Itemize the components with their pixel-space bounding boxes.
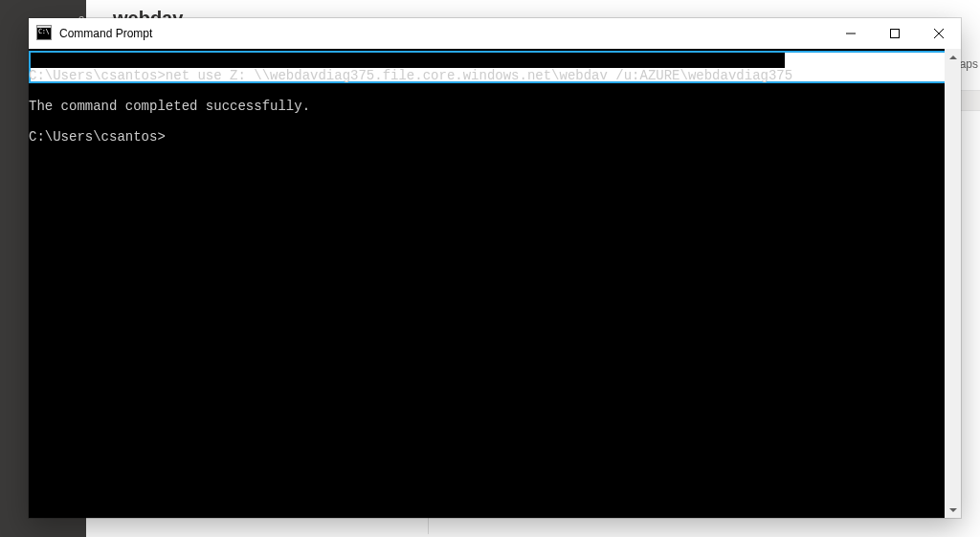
minimize-icon bbox=[846, 29, 856, 38]
terminal-content: C:\Users\csantos>net use Z: \\webdavdiag… bbox=[29, 53, 945, 518]
close-icon bbox=[934, 29, 944, 38]
command-prompt-window: Command Prompt C:\Users\csantos>net use … bbox=[29, 18, 961, 518]
svg-marker-5 bbox=[949, 508, 957, 512]
scroll-down-arrow-icon[interactable] bbox=[945, 502, 961, 518]
maximize-icon bbox=[890, 29, 900, 38]
window-title: Command Prompt bbox=[59, 27, 152, 40]
terminal-prompt: C:\Users\csantos> bbox=[29, 129, 166, 145]
terminal-prompt: C:\Users\csantos> bbox=[29, 68, 166, 83]
terminal-command: net use Z: \\webdavdiag375.file.core.win… bbox=[166, 68, 801, 83]
svg-marker-4 bbox=[949, 56, 957, 59]
close-button[interactable] bbox=[917, 18, 961, 49]
scroll-up-arrow-icon[interactable] bbox=[945, 49, 961, 65]
maximize-button[interactable] bbox=[873, 18, 917, 49]
terminal-scrollbar[interactable] bbox=[945, 49, 961, 518]
cmd-icon bbox=[36, 27, 52, 40]
terminal-output: The command completed successfully. bbox=[29, 99, 310, 114]
scroll-track[interactable] bbox=[945, 65, 961, 502]
minimize-button[interactable] bbox=[829, 18, 873, 49]
terminal-body[interactable]: C:\Users\csantos>net use Z: \\webdavdiag… bbox=[29, 49, 961, 518]
svg-rect-1 bbox=[891, 30, 900, 38]
window-titlebar[interactable]: Command Prompt bbox=[29, 18, 961, 49]
